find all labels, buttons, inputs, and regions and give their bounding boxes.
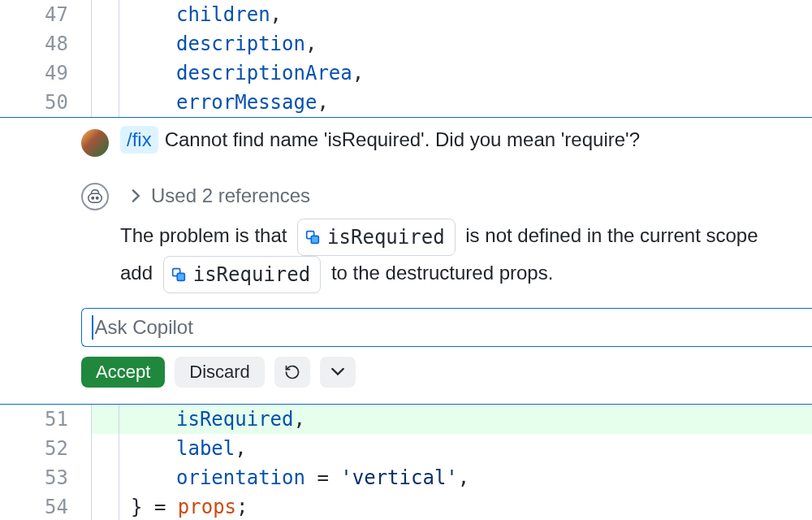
code-string: 'vertical' [340, 466, 458, 489]
code-line: 48 description, [0, 29, 812, 58]
copilot-chat-panel: /fix Cannot find name 'isRequired'. Did … [0, 118, 812, 404]
action-button-row: Accept Discard [0, 357, 812, 388]
code-line: 52 label, [0, 434, 812, 463]
line-number: 51 [0, 408, 91, 431]
user-avatar [81, 129, 109, 157]
more-options-button[interactable] [320, 357, 356, 388]
chevron-down-icon [331, 367, 344, 377]
code-line: 49 descriptionArea, [0, 58, 812, 88]
symbol-icon [304, 229, 321, 245]
code-line-added: 51 isRequired, [0, 405, 812, 434]
discard-button[interactable]: Discard [175, 357, 265, 388]
text-caret [92, 315, 93, 340]
code-token: props [178, 496, 236, 518]
code-token: isRequired [176, 408, 294, 431]
code-token: description [176, 32, 305, 55]
user-message-text: Cannot find name 'isRequired'. Did you m… [165, 126, 640, 154]
line-number: 53 [0, 466, 91, 489]
references-row[interactable]: Used 2 references [0, 181, 812, 210]
code-line: 53 orientation = 'vertical', [0, 463, 812, 492]
refresh-icon [284, 364, 300, 380]
user-message-row: /fix Cannot find name 'isRequired'. Did … [0, 126, 812, 157]
symbol-chip[interactable]: isRequired [297, 219, 456, 256]
line-number: 50 [0, 91, 91, 114]
svg-point-2 [96, 197, 98, 200]
line-number: 49 [0, 62, 91, 84]
line-number: 48 [0, 32, 91, 55]
svg-rect-0 [89, 193, 102, 202]
accept-button[interactable]: Accept [81, 357, 165, 388]
code-token: label [176, 437, 235, 460]
copilot-explanation: The problem is that isRequired is not de… [0, 219, 812, 293]
code-token: children [176, 3, 270, 26]
svg-rect-6 [177, 273, 184, 280]
symbol-chip[interactable]: isRequired [163, 256, 322, 293]
code-line: 47 children, [0, 0, 812, 29]
line-number: 47 [0, 3, 91, 26]
code-line: 54 } = props; [0, 492, 812, 520]
chevron-right-icon [132, 184, 141, 207]
symbol-icon [171, 266, 187, 283]
code-line: 50 errorMessage, [0, 88, 812, 117]
fix-command-chip[interactable]: /fix [120, 126, 158, 154]
code-token: orientation [176, 466, 305, 489]
code-token: descriptionArea [176, 62, 352, 84]
svg-rect-4 [311, 236, 318, 243]
retry-button[interactable] [274, 357, 310, 388]
references-label: Used 2 references [151, 184, 310, 207]
copilot-avatar [81, 183, 109, 210]
line-number: 52 [0, 437, 91, 460]
line-number: 54 [0, 496, 91, 518]
code-block-bottom: 51 isRequired, 52 label, 53 orientation … [0, 405, 812, 520]
ask-copilot-input[interactable]: Ask Copilot [81, 308, 812, 347]
code-token: errorMessage [176, 91, 317, 114]
svg-point-1 [92, 197, 94, 200]
code-block-top: 47 children, 48 description, 49 descript… [0, 0, 812, 117]
input-placeholder: Ask Copilot [95, 316, 193, 339]
